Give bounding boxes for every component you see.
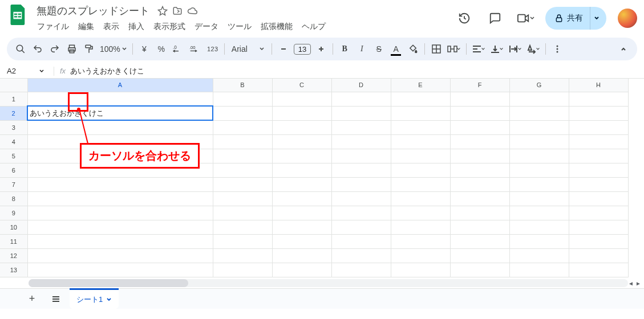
cell-A2[interactable]: あいうえおかきくけこ (27, 106, 213, 120)
cell-F1[interactable] (450, 92, 509, 106)
row-header-10[interactable]: 10 (0, 220, 27, 234)
font-select[interactable]: Arial (228, 41, 268, 57)
cell-C6[interactable] (272, 163, 331, 177)
currency-button[interactable]: ¥ (136, 41, 152, 57)
percent-button[interactable]: % (153, 41, 169, 57)
cell-H10[interactable] (569, 220, 628, 234)
cell-H11[interactable] (569, 234, 628, 248)
cell-G6[interactable] (509, 163, 569, 177)
cell-B11[interactable] (213, 234, 272, 248)
cell-A11[interactable] (27, 234, 213, 248)
cell-E9[interactable] (391, 206, 450, 220)
cell-F3[interactable] (450, 120, 509, 134)
cell-C8[interactable] (272, 191, 331, 206)
col-header-F[interactable]: F (450, 79, 509, 92)
cell-B12[interactable] (213, 248, 272, 263)
search-icon[interactable] (13, 41, 29, 57)
cell-H6[interactable] (569, 163, 628, 177)
row-header-7[interactable]: 7 (0, 177, 27, 191)
cell-D3[interactable] (331, 120, 391, 134)
increase-decimal-button[interactable]: .00 (188, 41, 204, 57)
star-icon[interactable] (157, 6, 168, 16)
move-icon[interactable] (172, 6, 183, 16)
cell-F9[interactable] (450, 206, 509, 220)
cell-E2[interactable] (391, 106, 450, 120)
cell-D6[interactable] (331, 163, 391, 177)
cell-A7[interactable] (27, 177, 213, 191)
fill-color-button[interactable] (405, 41, 421, 57)
cell-E7[interactable] (391, 177, 450, 191)
strikethrough-button[interactable]: S (371, 41, 387, 57)
text-color-button[interactable]: A (388, 41, 404, 57)
cell-C2[interactable] (272, 106, 331, 120)
col-header-E[interactable]: E (391, 79, 450, 92)
cell-F11[interactable] (450, 234, 509, 248)
cell-H2[interactable] (569, 106, 628, 120)
cell-C9[interactable] (272, 206, 331, 220)
cell-A8[interactable] (27, 191, 213, 206)
cell-D1[interactable] (331, 92, 391, 106)
cell-G3[interactable] (509, 120, 569, 134)
cell-C4[interactable] (272, 134, 331, 149)
spreadsheet-grid[interactable]: ABCDEFGH12あいうえおかきくけこ345678910111213 (0, 79, 629, 277)
cell-E13[interactable] (391, 263, 450, 277)
cell-C5[interactable] (272, 149, 331, 163)
cell-E5[interactable] (391, 149, 450, 163)
row-header-6[interactable]: 6 (0, 163, 27, 177)
cell-A3[interactable] (27, 120, 213, 134)
comment-icon[interactable] (484, 7, 507, 30)
col-header-A[interactable]: A (27, 79, 213, 92)
menu-insert[interactable]: 挿入 (124, 19, 148, 34)
menu-view[interactable]: 表示 (99, 19, 123, 34)
cell-G8[interactable] (509, 191, 569, 206)
cell-F10[interactable] (450, 220, 509, 234)
cell-H5[interactable] (569, 149, 628, 163)
redo-button[interactable] (47, 41, 63, 57)
undo-button[interactable] (30, 41, 46, 57)
formula-bar[interactable]: あいうえおかきくけこ (70, 66, 144, 76)
italic-button[interactable]: I (354, 41, 370, 57)
row-header-5[interactable]: 5 (0, 149, 27, 163)
sheet-tab-1[interactable]: シート1 (70, 288, 119, 309)
menu-extensions[interactable]: 拡張機能 (257, 19, 297, 34)
select-all-corner[interactable] (0, 79, 27, 92)
cell-G13[interactable] (509, 263, 569, 277)
menu-tools[interactable]: ツール (224, 19, 256, 34)
cell-D8[interactable] (331, 191, 391, 206)
meet-icon[interactable] (515, 7, 537, 30)
col-header-C[interactable]: C (272, 79, 331, 92)
cell-B1[interactable] (213, 92, 272, 106)
cell-H9[interactable] (569, 206, 628, 220)
name-box[interactable]: A2 (7, 67, 48, 75)
cell-A9[interactable] (27, 206, 213, 220)
cell-C1[interactable] (272, 92, 331, 106)
cell-B4[interactable] (213, 134, 272, 149)
row-header-8[interactable]: 8 (0, 191, 27, 206)
cell-C13[interactable] (272, 263, 331, 277)
cell-G11[interactable] (509, 234, 569, 248)
cell-G4[interactable] (509, 134, 569, 149)
cell-B6[interactable] (213, 163, 272, 177)
cell-B8[interactable] (213, 191, 272, 206)
cell-E12[interactable] (391, 248, 450, 263)
document-title[interactable]: 無題のスプレッドシート (33, 3, 153, 18)
menu-data[interactable]: データ (191, 19, 222, 34)
cell-A10[interactable] (27, 220, 213, 234)
print-button[interactable] (64, 41, 80, 57)
cell-H1[interactable] (569, 92, 628, 106)
cell-B10[interactable] (213, 220, 272, 234)
cell-D11[interactable] (331, 234, 391, 248)
toolbar-overflow-button[interactable] (549, 41, 565, 57)
cell-G9[interactable] (509, 206, 569, 220)
cell-H13[interactable] (569, 263, 628, 277)
cloud-status-icon[interactable] (187, 6, 197, 16)
cell-A13[interactable] (27, 263, 213, 277)
font-size-input[interactable]: 13 (294, 44, 311, 55)
cell-H4[interactable] (569, 134, 628, 149)
menu-edit[interactable]: 編集 (74, 19, 98, 34)
cell-D13[interactable] (331, 263, 391, 277)
cell-G7[interactable] (509, 177, 569, 191)
row-header-3[interactable]: 3 (0, 120, 27, 134)
cell-C12[interactable] (272, 248, 331, 263)
cell-B7[interactable] (213, 177, 272, 191)
